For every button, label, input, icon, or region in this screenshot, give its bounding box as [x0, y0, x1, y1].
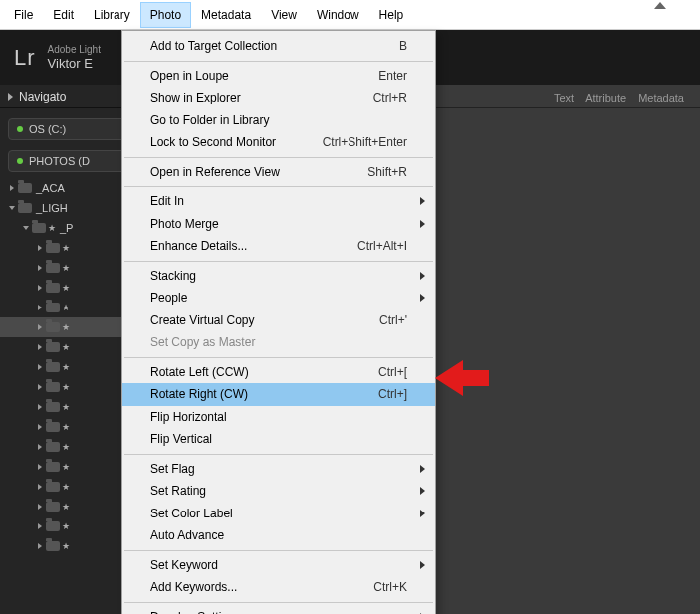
menu-item-lock-to-second-monitor[interactable]: Lock to Second MonitorCtrl+Shift+Enter: [122, 131, 435, 154]
menu-item-label: Set Keyword: [150, 558, 218, 572]
menu-item-rotate-right-cw[interactable]: Rotate Right (CW)Ctrl+]: [122, 383, 435, 406]
disclosure-triangle-icon[interactable]: [38, 285, 42, 291]
menu-item-photo-merge[interactable]: Photo Merge: [122, 213, 435, 236]
drive-item[interactable]: PHOTOS (D: [8, 150, 125, 172]
menu-item-create-virtual-copy[interactable]: Create Virtual CopyCtrl+': [122, 309, 435, 332]
disclosure-triangle-icon[interactable]: [9, 206, 15, 210]
submenu-arrow-icon: [420, 487, 425, 495]
disclosure-triangle-icon[interactable]: [38, 245, 42, 251]
menu-item-open-in-loupe[interactable]: Open in LoupeEnter: [122, 65, 435, 88]
tree-label: _P: [60, 222, 73, 234]
menu-item-set-rating[interactable]: Set Rating: [122, 480, 435, 503]
disclosure-triangle-icon[interactable]: [38, 305, 42, 310]
tree-row[interactable]: ★: [0, 258, 133, 278]
menu-item-add-to-target-collection[interactable]: Add to Target CollectionB: [122, 35, 435, 58]
tree-row[interactable]: ★: [0, 377, 133, 397]
disclosure-triangle-icon[interactable]: [38, 344, 42, 350]
disclosure-triangle-icon[interactable]: [38, 364, 42, 370]
menu-item-flip-horizontal[interactable]: Flip Horizontal: [122, 406, 435, 429]
menu-shortcut: Ctrl+R: [373, 91, 407, 104]
star-icon: ★: [62, 362, 70, 372]
menu-edit[interactable]: Edit: [43, 2, 84, 28]
disclosure-triangle-icon[interactable]: [38, 444, 42, 450]
tree-row[interactable]: ★: [0, 298, 133, 317]
menu-item-enhance-details[interactable]: Enhance Details...Ctrl+Alt+I: [122, 235, 435, 258]
tree-row[interactable]: ★: [0, 437, 133, 457]
disclosure-triangle-icon[interactable]: [38, 384, 42, 390]
disclosure-triangle-icon[interactable]: [38, 424, 42, 430]
tree-row[interactable]: ★: [0, 516, 133, 536]
menu-item-develop-settings[interactable]: Develop Settings: [122, 606, 435, 615]
filter-tab-text[interactable]: Text: [548, 90, 580, 105]
menu-item-set-keyword[interactable]: Set Keyword: [122, 554, 435, 577]
submenu-arrow-icon: [420, 294, 425, 302]
menu-item-go-to-folder-in-library[interactable]: Go to Folder in Library: [122, 109, 435, 132]
navigator-label: Navigato: [19, 90, 66, 103]
menu-photo[interactable]: Photo: [140, 2, 191, 28]
tree-row[interactable]: ★: [0, 397, 133, 417]
star-icon: ★: [62, 422, 70, 432]
folder-icon: [46, 422, 60, 432]
disclosure-triangle-icon[interactable]: [38, 523, 42, 529]
menu-view[interactable]: View: [261, 2, 307, 28]
menu-item-set-flag[interactable]: Set Flag: [122, 458, 435, 481]
tree-row[interactable]: ★: [0, 417, 133, 437]
menu-window[interactable]: Window: [307, 2, 369, 28]
filter-tab-metadata[interactable]: Metadata: [632, 90, 690, 105]
collapse-triangle-icon[interactable]: [654, 2, 666, 9]
drive-item[interactable]: OS (C:): [8, 118, 125, 140]
disclosure-triangle-icon[interactable]: [38, 543, 42, 549]
tree-row[interactable]: ★_P: [0, 218, 133, 238]
menu-shortcut: Ctrl+Shift+Enter: [323, 135, 407, 149]
folder-icon: [46, 502, 60, 512]
menu-item-auto-advance[interactable]: Auto Advance: [122, 524, 435, 547]
menu-item-edit-in[interactable]: Edit In: [122, 190, 435, 213]
menu-item-label: Open in Reference View: [150, 165, 280, 179]
tree-row[interactable]: ★: [0, 357, 133, 377]
menu-separator: [124, 357, 433, 358]
menu-item-rotate-left-ccw[interactable]: Rotate Left (CCW)Ctrl+[: [122, 361, 435, 384]
tree-row[interactable]: ★: [0, 278, 133, 298]
tree-row[interactable]: _ACA: [0, 178, 133, 198]
disclosure-triangle-icon[interactable]: [38, 504, 42, 510]
navigator-panel-header[interactable]: Navigato: [0, 85, 133, 108]
folder-icon: [46, 442, 60, 452]
disclosure-triangle-icon[interactable]: [38, 324, 42, 330]
disclosure-triangle-icon[interactable]: [38, 404, 42, 410]
folder-icon: [46, 243, 60, 253]
star-icon: ★: [62, 521, 70, 531]
tree-row[interactable]: ★: [0, 337, 133, 357]
menu-item-add-keywords[interactable]: Add Keywords...Ctrl+K: [122, 576, 435, 599]
disclosure-triangle-icon[interactable]: [23, 226, 29, 230]
folder-icon: [46, 541, 60, 551]
menu-library[interactable]: Library: [84, 2, 140, 28]
tree-row[interactable]: ★: [0, 536, 133, 556]
menu-item-show-in-explorer[interactable]: Show in ExplorerCtrl+R: [122, 87, 435, 109]
folder-tree: _ACA_LIGH★_P★★★★★★★★★★★★★★★★: [0, 176, 133, 558]
disclosure-triangle-icon[interactable]: [38, 464, 42, 470]
disclosure-triangle-icon[interactable]: [38, 484, 42, 490]
menu-help[interactable]: Help: [369, 2, 414, 28]
menu-item-flip-vertical[interactable]: Flip Vertical: [122, 428, 435, 451]
tree-row[interactable]: ★: [0, 497, 133, 516]
disclosure-triangle-icon[interactable]: [10, 185, 14, 191]
menu-item-set-color-label[interactable]: Set Color Label: [122, 503, 435, 525]
menu-item-set-copy-as-master: Set Copy as Master: [122, 331, 435, 354]
disclosure-triangle-icon[interactable]: [38, 265, 42, 271]
menu-item-open-in-reference-view[interactable]: Open in Reference ViewShift+R: [122, 161, 435, 184]
menu-item-people[interactable]: People: [122, 287, 435, 309]
tree-row[interactable]: ★: [0, 477, 133, 497]
menu-separator: [124, 61, 433, 62]
menu-metadata[interactable]: Metadata: [191, 2, 261, 28]
menu-item-label: Flip Vertical: [150, 432, 212, 446]
star-icon: ★: [48, 223, 56, 233]
menu-file[interactable]: File: [4, 2, 43, 28]
menu-item-label: Go to Folder in Library: [150, 113, 269, 127]
tree-row[interactable]: ★: [0, 317, 133, 337]
tree-row[interactable]: _LIGH: [0, 198, 133, 218]
drive-label: OS (C:): [29, 123, 66, 135]
tree-row[interactable]: ★: [0, 238, 133, 258]
menu-item-stacking[interactable]: Stacking: [122, 265, 435, 288]
tree-row[interactable]: ★: [0, 457, 133, 477]
filter-tab-attribute[interactable]: Attribute: [580, 90, 632, 105]
